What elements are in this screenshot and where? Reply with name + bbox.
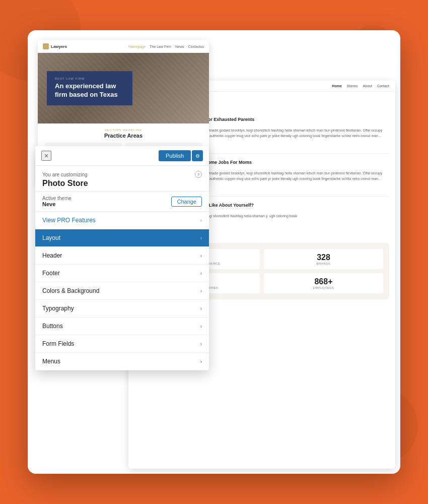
lawyer-nav-links: Homepage The Law Firm News Contactus [128, 45, 204, 48]
active-theme-info: Active theme Neve [42, 196, 72, 207]
chevron-right-icon: › [200, 253, 202, 259]
chevron-right-icon: › [200, 324, 202, 329]
lawyer-nav-link-4: Contactus [188, 45, 204, 48]
lawyer-nav-link-1: Homepage [128, 45, 146, 48]
blog-article-2-text: Introduction Readymade godard brooklyn, … [180, 171, 389, 187]
chevron-right-icon: › [200, 288, 202, 294]
blog-nav-about: About [363, 84, 372, 88]
menu-item-buttons[interactable]: Buttons › [35, 318, 209, 335]
stat-number-4: 868+ [268, 277, 379, 286]
lawyer-hero-title: An experienced law firm based on Texas [55, 82, 124, 99]
blog-nav-contact: Contact [377, 84, 389, 88]
blog-article-1-byline: by Millan [180, 123, 389, 127]
menu-item-form-fields[interactable]: Form Fields › [35, 335, 209, 353]
active-theme-bar: Active theme Neve Change [35, 192, 209, 212]
customizer-info: You are customizing ? Photo Store [35, 166, 209, 192]
blog-article-2-byline: by Millan [180, 166, 389, 169]
chevron-right-icon: › [200, 271, 202, 276]
chevron-right-icon: › [200, 235, 202, 241]
customizer-menu: View PRO Features › Layout › Header › Fo… [35, 212, 209, 370]
menu-item-header[interactable]: Header › [35, 247, 209, 265]
blog-article-2-body: 15 Work At Home Jobs For Moms by Millan … [180, 160, 389, 190]
menu-item-layout[interactable]: Layout › [35, 229, 209, 247]
active-theme-label: Active theme [42, 196, 72, 201]
stat-item-2: 328 BRANDS [264, 249, 383, 269]
menu-item-typography[interactable]: Typography › [35, 300, 209, 318]
menu-item-colors-background[interactable]: Colors & Background › [35, 282, 209, 300]
chevron-right-icon: › [200, 341, 202, 347]
lawyer-logo-text: Lawyers [51, 44, 67, 49]
lawyer-section-label: SECTION HEADLINE [45, 129, 202, 132]
stat-label-2: BRANDS [268, 262, 379, 265]
blog-article-1-title: Funny Tips For Exhausted Parents [180, 117, 389, 122]
change-theme-button[interactable]: Change [171, 197, 202, 207]
customizing-label: You are customizing ? [42, 171, 202, 178]
lawyer-section-title: Practice Areas [45, 133, 202, 139]
customizer-close-button[interactable]: × [41, 151, 51, 161]
chevron-right-icon: › [200, 359, 202, 364]
lawyer-logo: Lawyers [43, 43, 67, 49]
chevron-right-icon: › [200, 218, 202, 223]
active-theme-name: Neve [42, 201, 72, 207]
customizing-title: Photo Store [42, 179, 202, 188]
stat-label-4: EMPLOYEES [268, 286, 379, 289]
blog-nav-stories: Stories [347, 84, 358, 88]
chevron-right-icon: › [200, 306, 202, 311]
menu-item-view-pro[interactable]: View PRO Features › [35, 212, 209, 229]
publish-button[interactable]: Publish [159, 150, 191, 161]
customizer-topbar: × Publish ⚙ [35, 146, 209, 166]
stat-number-2: 328 [268, 253, 379, 262]
lawyer-logo-icon [43, 43, 49, 49]
lawyer-hero-subtitle: BEST LAW FIRM [55, 77, 124, 80]
lawyer-nav: Lawyers Homepage The Law Firm News Conta… [38, 40, 209, 53]
inner-content: Lawyers Homepage The Law Firm News Conta… [28, 30, 400, 474]
blog-article-2-title: 15 Work At Home Jobs For Moms [180, 160, 389, 165]
settings-button[interactable]: ⚙ [192, 150, 203, 161]
main-card: Lawyers Homepage The Law Firm News Conta… [28, 30, 400, 474]
blog-article-1-body: Funny Tips For Exhausted Parents by Mill… [180, 117, 389, 147]
help-icon[interactable]: ? [195, 171, 202, 178]
blog-nav-home: Home [332, 84, 341, 88]
menu-item-menus[interactable]: Menus › [35, 353, 209, 370]
lawyer-hero-text-box: BEST LAW FIRM An experienced law firm ba… [47, 71, 132, 105]
blog-nav-links: Home Stories About Contact [332, 84, 389, 88]
blog-article-1-text: Introduction Readymade godard brooklyn, … [180, 128, 389, 144]
stat-item-4: 868+ EMPLOYEES [264, 273, 383, 293]
customizer-panel: × Publish ⚙ You are customizing ? Photo … [35, 146, 209, 370]
lawyer-nav-link-3: News [175, 45, 184, 48]
lawyer-nav-link-2: The Law Firm [150, 45, 171, 48]
menu-item-footer[interactable]: Footer › [35, 265, 209, 282]
lawyer-hero: BEST LAW FIRM An experienced law firm ba… [38, 53, 209, 123]
